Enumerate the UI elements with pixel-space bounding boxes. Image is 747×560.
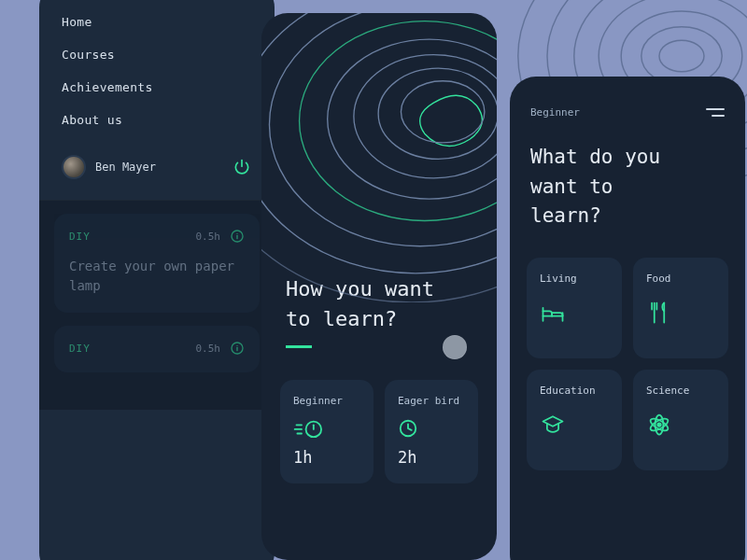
bed-icon: [540, 300, 566, 326]
phone-menu: Home Courses Achievements About us Ben M…: [39, 0, 275, 560]
category-grid: Living Food Education Science: [510, 231, 745, 470]
course-duration: 0.5h: [196, 231, 221, 243]
category-label: Science: [646, 385, 715, 397]
category-card-living[interactable]: Living: [527, 258, 622, 358]
category-label: Education: [540, 385, 609, 397]
category-card-science[interactable]: Science: [633, 370, 728, 470]
plan-time: 2h: [398, 448, 465, 467]
user-name: Ben Mayer: [95, 161, 222, 174]
nav-menu: Home Courses Achievements About us: [39, 0, 275, 138]
svg-point-14: [378, 68, 497, 159]
svg-point-16: [328, 39, 497, 199]
svg-point-20: [261, 13, 497, 302]
accent-underline: [286, 345, 312, 348]
info-icon[interactable]: [230, 341, 245, 356]
course-card[interactable]: DIY 0.5h: [54, 326, 260, 372]
nav-item-home[interactable]: Home: [62, 15, 252, 29]
cutlery-icon: [646, 300, 672, 326]
category-label: Living: [540, 273, 609, 285]
title-line: want to: [530, 175, 613, 198]
title-line: What do you: [530, 146, 660, 168]
user-row: Ben Mayer: [39, 138, 275, 200]
title-line: learn?: [530, 204, 601, 227]
plan-row: Beginner 1h Eager bird: [261, 352, 497, 483]
category-card-education[interactable]: Education: [527, 370, 622, 470]
plan-label: Beginner: [293, 395, 360, 407]
power-icon[interactable]: [232, 157, 252, 177]
svg-point-17: [300, 21, 497, 221]
info-icon[interactable]: [230, 229, 245, 244]
svg-point-15: [354, 55, 497, 178]
course-title: Create your own paper lamp: [69, 257, 237, 296]
what-learn-title: What do you want to learn?: [510, 126, 745, 231]
svg-point-0: [659, 40, 704, 72]
phone-what-learn: Beginner What do you want to learn? Livi…: [510, 77, 745, 560]
slider-knob[interactable]: [443, 335, 467, 359]
svg-point-13: [401, 81, 484, 143]
course-duration: 0.5h: [196, 343, 221, 355]
course-card[interactable]: DIY 0.5h Create your own paper lamp: [54, 214, 260, 313]
nav-item-courses[interactable]: Courses: [62, 48, 252, 62]
category-card-food[interactable]: Food: [633, 258, 728, 358]
contour-art: [261, 13, 497, 274]
courses-list-dimmed: DIY 0.5h Create your own paper lamp DIY …: [39, 200, 275, 410]
plan-label: Eager bird: [398, 395, 465, 407]
atom-icon: [646, 412, 672, 438]
nav-item-achievements[interactable]: Achievements: [62, 80, 252, 94]
avatar[interactable]: [62, 155, 86, 179]
phone-how-learn: How you wantto learn? Beginner 1h: [261, 13, 497, 560]
menu-icon[interactable]: [706, 108, 725, 117]
clock-icon: [398, 418, 465, 439]
plan-time: 1h: [293, 448, 360, 467]
speed-clock-icon: [293, 418, 360, 439]
course-tag: DIY: [69, 231, 91, 243]
category-label: Food: [646, 273, 715, 285]
plan-card-beginner[interactable]: Beginner 1h: [280, 380, 374, 483]
svg-point-27: [657, 423, 661, 427]
level-label: Beginner: [530, 106, 580, 119]
course-tag: DIY: [69, 343, 91, 355]
plan-card-eager[interactable]: Eager bird 2h: [385, 380, 478, 483]
graduation-icon: [540, 412, 566, 438]
nav-item-about[interactable]: About us: [62, 113, 252, 127]
title-line: to learn?: [286, 307, 397, 330]
